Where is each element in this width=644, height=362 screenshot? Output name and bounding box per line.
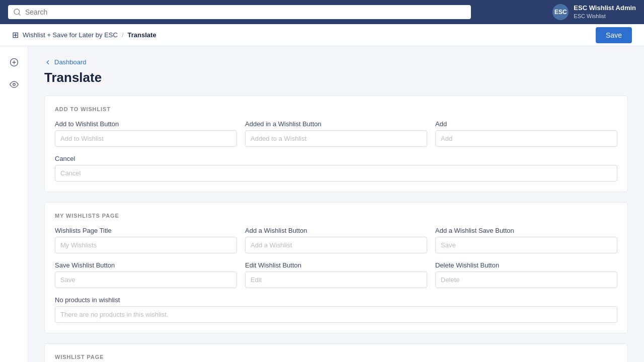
user-area: ESC ESC Wishlist Admin ESC Wishlist — [552, 4, 636, 20]
search-input[interactable] — [25, 8, 466, 16]
layout: Dashboard Translate ADD TO WISHLISTAdd t… — [0, 46, 644, 362]
field-group: Added in a Wishlist Button — [245, 120, 427, 147]
section-title: ADD TO WISHLIST — [55, 106, 617, 112]
field-row: Wishlists Page TitleAdd a Wishlist Butto… — [55, 227, 617, 253]
field-group: Cancel — [55, 155, 617, 182]
breadcrumb-separator: / — [122, 31, 124, 39]
field-label: Wishlists Page Title — [55, 227, 237, 234]
field-label: Add — [435, 120, 617, 128]
field-group: Delete Wishlist Button — [435, 261, 617, 288]
user-info: ESC Wishlist Admin ESC Wishlist — [574, 4, 636, 20]
field-group: Save Wishlist Button — [55, 261, 237, 288]
field-row: No products in wishlist — [55, 296, 617, 323]
field-input[interactable] — [435, 272, 617, 288]
field-group: Add a Wishlist Save Button — [435, 227, 617, 253]
breadcrumb-app[interactable]: Wishlist + Save for Later by ESC — [23, 31, 118, 39]
user-name: ESC Wishlist Admin — [574, 4, 636, 13]
field-row: Save Wishlist ButtonEdit Wishlist Button… — [55, 261, 617, 288]
field-input[interactable] — [245, 130, 427, 147]
field-label: Edit Wishlist Button — [245, 261, 427, 269]
app-icon: ⊞ — [12, 30, 19, 40]
breadcrumb-bar: ⊞ Wishlist + Save for Later by ESC / Tra… — [0, 24, 644, 46]
field-input[interactable] — [245, 237, 427, 253]
field-label: Added in a Wishlist Button — [245, 120, 427, 128]
field-input[interactable] — [245, 272, 427, 288]
search-icon — [13, 8, 21, 16]
search-box[interactable] — [8, 5, 471, 19]
field-label: No products in wishlist — [55, 296, 617, 304]
avatar: ESC — [552, 4, 569, 20]
section-title: WISHLIST PAGE — [55, 354, 617, 360]
field-input[interactable] — [55, 165, 617, 182]
page-title: Translate — [44, 70, 628, 85]
section-my-wishlists-page: MY WISHLISTS PAGEWishlists Page TitleAdd… — [44, 202, 628, 333]
save-button[interactable]: Save — [596, 27, 632, 43]
main-content: Dashboard Translate ADD TO WISHLISTAdd t… — [28, 46, 644, 362]
field-label: Cancel — [55, 155, 617, 162]
field-label: Add to Wishlist Button — [55, 120, 237, 128]
field-label: Add a Wishlist Button — [245, 227, 427, 234]
section-add-to-wishlist: ADD TO WISHLISTAdd to Wishlist ButtonAdd… — [44, 96, 628, 192]
field-label: Delete Wishlist Button — [435, 261, 617, 269]
plus-icon[interactable] — [6, 54, 22, 70]
field-group: Wishlists Page Title — [55, 227, 237, 253]
field-group: Add to Wishlist Button — [55, 120, 237, 147]
field-input[interactable] — [55, 237, 237, 253]
field-input[interactable] — [435, 237, 617, 253]
breadcrumb-current: Translate — [128, 31, 156, 39]
user-sub: ESC Wishlist — [574, 13, 636, 20]
back-label: Dashboard — [54, 58, 87, 66]
field-input[interactable] — [55, 272, 237, 288]
svg-point-5 — [13, 83, 15, 86]
section-wishlist-page: WISHLIST PAGEAdd to Cart ButtonAdded to … — [44, 343, 628, 362]
field-group: Add — [435, 120, 617, 147]
field-row: Cancel — [55, 155, 617, 182]
field-row: Add to Wishlist ButtonAdded in a Wishlis… — [55, 120, 617, 147]
sidebar — [0, 46, 28, 362]
field-group: Edit Wishlist Button — [245, 261, 427, 288]
top-navigation: ESC ESC Wishlist Admin ESC Wishlist — [0, 0, 644, 24]
back-link[interactable]: Dashboard — [44, 58, 628, 66]
field-input[interactable] — [55, 130, 237, 147]
section-title: MY WISHLISTS PAGE — [55, 213, 617, 219]
field-group: No products in wishlist — [55, 296, 617, 323]
breadcrumb: ⊞ Wishlist + Save for Later by ESC / Tra… — [12, 30, 156, 40]
field-label: Add a Wishlist Save Button — [435, 227, 617, 234]
field-label: Save Wishlist Button — [55, 261, 237, 269]
svg-line-1 — [19, 14, 20, 15]
field-group: Add a Wishlist Button — [245, 227, 427, 253]
eye-icon[interactable] — [6, 76, 22, 93]
field-input[interactable] — [55, 306, 617, 323]
field-input[interactable] — [435, 130, 617, 147]
sections-container: ADD TO WISHLISTAdd to Wishlist ButtonAdd… — [44, 96, 628, 362]
